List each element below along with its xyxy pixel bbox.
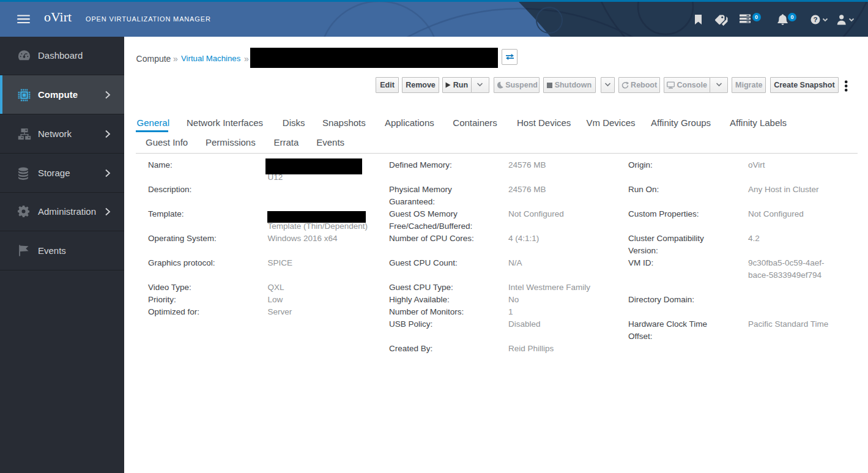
svg-text:?: ? bbox=[813, 16, 817, 23]
